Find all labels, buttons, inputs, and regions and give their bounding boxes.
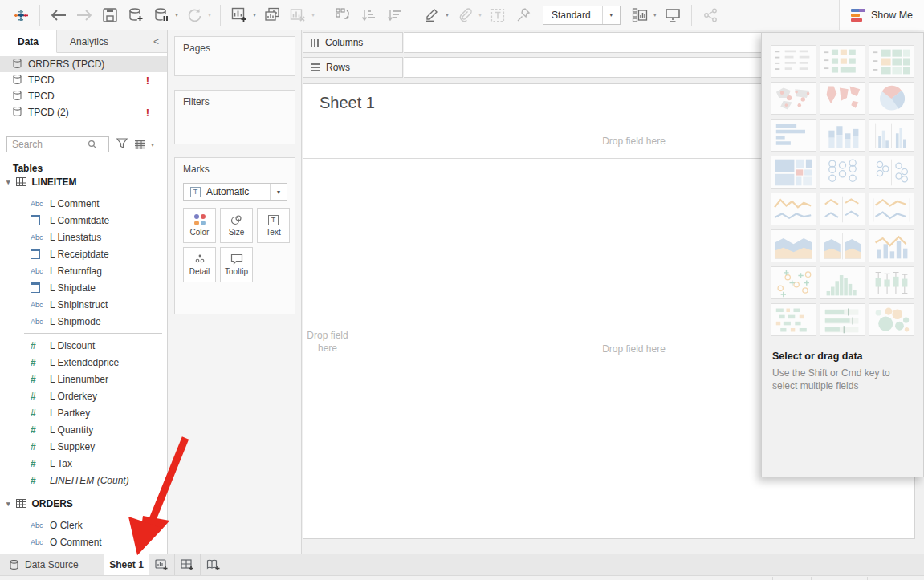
datasource-item[interactable]: ORDERS (TPCD) <box>0 56 167 72</box>
field-row[interactable]: L Extendedprice <box>0 354 167 371</box>
mark-type-caret-icon[interactable]: ▾ <box>270 184 287 200</box>
field-row[interactable]: L Quantity <box>0 421 167 438</box>
showme-lines-continuous[interactable] <box>771 193 816 225</box>
filters-card[interactable]: Filters <box>174 90 295 144</box>
field-row[interactable]: L Returnflag <box>0 262 167 279</box>
presentation-mode-button[interactable] <box>662 5 683 26</box>
showme-stacked-bars[interactable] <box>820 119 865 152</box>
showme-area-continuous[interactable] <box>771 229 816 262</box>
pause-auto-updates-button[interactable] <box>151 5 172 26</box>
text-button[interactable]: T Text <box>257 208 290 243</box>
clear-sheet-button[interactable] <box>287 5 308 26</box>
show-hide-cards-caret-icon[interactable]: ▾ <box>651 11 659 18</box>
showme-heat-map[interactable] <box>869 45 914 78</box>
view-as-button[interactable]: ▾ <box>134 140 157 149</box>
field-row[interactable]: L Comment <box>0 195 167 212</box>
highlight-caret-icon[interactable]: ▾ <box>443 11 451 18</box>
tab-analytics[interactable]: Analytics <box>57 30 121 52</box>
showme-text-table[interactable] <box>771 45 816 78</box>
showme-box-and-whisker[interactable] <box>869 266 914 299</box>
color-button[interactable]: Color <box>183 208 216 243</box>
save-button[interactable] <box>100 5 120 26</box>
table-lineitem[interactable]: ▾ LINEITEM <box>0 173 167 190</box>
detail-button[interactable]: Detail <box>183 247 216 282</box>
new-dashboard-tab-button[interactable] <box>175 554 201 575</box>
field-row[interactable]: L Orderkey <box>0 387 167 404</box>
show-hide-cards-button[interactable] <box>629 5 650 26</box>
showme-symbol-map[interactable] <box>771 82 816 115</box>
show-mark-labels-button[interactable] <box>487 5 508 26</box>
field-row[interactable]: O Comment <box>0 533 167 550</box>
showme-horizontal-bars[interactable] <box>771 119 816 152</box>
showme-treemap[interactable] <box>771 156 816 189</box>
showme-packed-bubbles[interactable] <box>869 303 914 336</box>
group-members-button[interactable] <box>454 5 475 26</box>
showme-filled-map[interactable] <box>820 82 865 115</box>
new-worksheet-tab-button[interactable] <box>149 554 175 575</box>
clear-sheet-caret-icon[interactable]: ▾ <box>309 11 317 18</box>
showme-side-by-side-bars[interactable] <box>869 119 914 152</box>
share-button[interactable] <box>700 5 721 26</box>
showme-histogram[interactable] <box>820 266 865 299</box>
duplicate-sheet-button[interactable] <box>262 5 283 26</box>
view-as-caret-icon[interactable]: ▾ <box>149 141 157 148</box>
field-row[interactable]: L Linenumber <box>0 371 167 387</box>
field-row[interactable]: L Commitdate <box>0 212 167 229</box>
field-row[interactable]: L Partkey <box>0 404 167 421</box>
table-orders[interactable]: ▾ ORDERS <box>0 495 167 512</box>
show-me-button[interactable]: Show Me <box>839 0 924 30</box>
tab-data[interactable]: Data <box>0 30 57 53</box>
field-row[interactable]: L Suppkey <box>0 438 167 455</box>
new-worksheet-caret-icon[interactable]: ▾ <box>250 11 258 18</box>
refresh-caret-icon[interactable]: ▾ <box>206 11 214 18</box>
new-datasource-button[interactable] <box>125 5 146 26</box>
tooltip-button[interactable]: Tooltip <box>220 247 253 282</box>
field-row[interactable]: L Shipdate <box>0 279 167 296</box>
field-row[interactable]: L Tax <box>0 455 167 472</box>
showme-highlight-table[interactable] <box>820 45 865 78</box>
showme-bullet-graph[interactable] <box>820 303 865 336</box>
fix-axes-button[interactable] <box>513 5 534 26</box>
pause-updates-caret-icon[interactable]: ▾ <box>173 11 181 18</box>
refresh-button[interactable] <box>184 5 205 26</box>
drop-zone-rows[interactable]: Drop field here <box>303 329 352 355</box>
datasource-item[interactable]: TPCD <box>0 72 167 88</box>
filter-fields-icon[interactable] <box>116 137 128 152</box>
chevron-down-icon[interactable]: ▾ <box>6 178 10 186</box>
group-caret-icon[interactable]: ▾ <box>476 11 484 18</box>
chevron-down-icon[interactable]: ▾ <box>6 500 10 508</box>
field-row[interactable]: O Clerk <box>0 517 167 533</box>
datasource-item[interactable]: TPCD (2) <box>0 104 167 120</box>
field-row[interactable]: LINEITEM (Count) <box>0 472 167 489</box>
field-row[interactable]: L Linestatus <box>0 229 167 245</box>
data-source-tab[interactable]: Data Source <box>0 554 104 575</box>
showme-dual-combination[interactable] <box>869 229 914 262</box>
showme-side-by-side-circles[interactable] <box>869 156 914 189</box>
fit-selector[interactable]: Standard ▾ <box>543 6 621 25</box>
sort-descending-button[interactable] <box>384 5 405 26</box>
fit-selector-caret-icon[interactable]: ▾ <box>602 6 620 24</box>
showme-lines-discrete[interactable] <box>820 193 865 225</box>
undo-button[interactable] <box>48 5 69 26</box>
showme-circle-views[interactable] <box>820 156 865 189</box>
sheet-1-tab[interactable]: Sheet 1 <box>104 554 149 575</box>
new-story-tab-button[interactable] <box>201 554 226 575</box>
sort-ascending-button[interactable] <box>358 5 379 26</box>
showme-area-discrete[interactable] <box>820 229 865 262</box>
field-row[interactable]: L Shipmode <box>0 313 167 330</box>
redo-button[interactable] <box>74 5 95 26</box>
showme-gantt[interactable] <box>771 303 816 336</box>
search-input[interactable] <box>7 139 88 150</box>
mark-type-dropdown[interactable]: T Automatic ▾ <box>183 183 287 201</box>
pages-card[interactable]: Pages <box>174 36 295 76</box>
size-button[interactable]: Size <box>220 208 253 243</box>
field-row[interactable]: L Shipinstruct <box>0 296 167 313</box>
highlight-button[interactable] <box>421 5 442 26</box>
field-row[interactable]: L Discount <box>0 337 167 354</box>
collapse-pane-icon[interactable]: < <box>145 30 167 52</box>
showme-dual-lines[interactable] <box>869 193 914 225</box>
search-box[interactable] <box>6 136 109 152</box>
new-worksheet-button[interactable] <box>229 5 250 26</box>
field-row[interactable]: L Receiptdate <box>0 245 167 262</box>
showme-scatter-plot[interactable] <box>771 266 816 299</box>
